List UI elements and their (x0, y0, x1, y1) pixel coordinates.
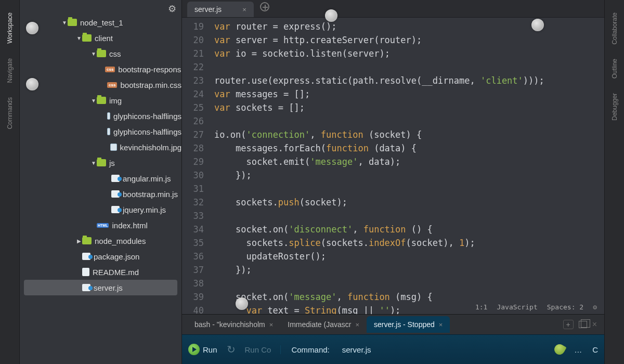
tree-file[interactable]: glyphicons-halflings (20, 124, 181, 139)
code-content[interactable]: var router = express();var server = http… (209, 18, 604, 314)
line-number: 26 (182, 114, 209, 128)
left-rail: Workspace Navigate Commands (0, 0, 20, 364)
code-line[interactable] (214, 182, 604, 196)
editor-tab[interactable]: server.js × (187, 2, 254, 17)
code-line[interactable]: var sockets = []; (214, 101, 604, 114)
tree-folder[interactable]: ▼client (20, 30, 181, 46)
cursor-position: 1:1 (475, 301, 487, 314)
bottom-tab[interactable]: Immediate (Javascr× (280, 316, 367, 333)
code-line[interactable]: sockets.splice(sockets.indexOf(socket), … (214, 236, 604, 250)
line-number: 32 (182, 196, 209, 209)
code-line[interactable]: sockets.push(socket); (214, 196, 604, 209)
tree-folder[interactable]: ▶node_modules (20, 233, 181, 249)
close-icon[interactable]: × (355, 321, 359, 329)
line-gutter: 1920212223242526272829303132333435363738… (182, 18, 209, 314)
code-line[interactable] (214, 60, 604, 74)
reload-icon[interactable]: ↻ (227, 343, 236, 356)
code-line[interactable]: router.use(express.static(path.resolve(_… (214, 74, 604, 87)
code-line[interactable] (214, 114, 604, 128)
tree-folder[interactable]: ▼img (20, 93, 181, 108)
code-line[interactable]: messages.forEach(function (data) { (214, 141, 604, 155)
close-icon[interactable]: × (242, 6, 246, 14)
bottom-tab-label: server.js - Stopped (374, 320, 435, 329)
language-mode[interactable]: JavaScript (497, 301, 537, 314)
js-icon (111, 190, 120, 198)
close-icon[interactable]: × (592, 320, 597, 329)
gear-icon[interactable]: ⚙ (593, 301, 597, 314)
indent-setting[interactable]: Spaces: 2 (547, 301, 583, 314)
tree-file[interactable]: package.json (20, 249, 181, 264)
bottom-tab[interactable]: server.js - Stopped× (367, 316, 450, 333)
code-line[interactable]: var io = socketio.listen(server); (214, 47, 604, 60)
code-line[interactable]: }); (214, 168, 604, 182)
tree-file[interactable]: glyphicons-halflings (20, 108, 181, 124)
tree-file[interactable]: kevinchisholm.jpg (20, 139, 181, 155)
code-line[interactable] (214, 209, 604, 223)
css-icon: css (105, 67, 115, 72)
folder-icon (97, 50, 106, 57)
line-number: 29 (182, 155, 209, 168)
code-line[interactable]: }); (214, 263, 604, 277)
editor-tab-title: server.js (194, 5, 222, 14)
bottom-tab[interactable]: bash - "kevinchisholm× (187, 316, 280, 333)
html-icon: HTML (97, 223, 109, 228)
close-icon[interactable]: × (439, 321, 443, 329)
bottom-tab-label: Immediate (Javascr (288, 320, 351, 329)
run-button[interactable]: Run (188, 344, 217, 355)
tree-file[interactable]: angular.min.js (20, 171, 181, 186)
code-line[interactable]: socket.on('disconnect', function () { (214, 223, 604, 236)
folder-icon (97, 97, 106, 104)
new-tab-button[interactable] (254, 0, 276, 17)
command-value[interactable]: server.js (342, 345, 371, 354)
line-number: 19 (182, 20, 209, 33)
stack-icon[interactable] (579, 321, 587, 328)
run-config-label[interactable]: Run Co (245, 345, 271, 354)
tree-file[interactable]: server.js (24, 280, 177, 295)
tree-file[interactable]: bootstrap.min.js (20, 186, 181, 202)
line-number: 31 (182, 182, 209, 196)
line-number: 40 (182, 304, 209, 314)
js-icon (111, 175, 120, 182)
line-number: 25 (182, 101, 209, 114)
rail-tab-outline[interactable]: Outline (611, 51, 618, 86)
tree-file[interactable]: cssbootstrap.min.css (20, 77, 181, 93)
code-editor[interactable]: 1920212223242526272829303132333435363738… (182, 18, 604, 314)
rail-tab-debugger[interactable]: Debugger (611, 86, 618, 128)
doc-icon (82, 268, 89, 276)
tree-file[interactable]: cssbootstrap-responsiv (20, 61, 181, 77)
code-line[interactable]: var messages = []; (214, 87, 604, 101)
tree-folder[interactable]: ▼node_test_1 (20, 15, 181, 30)
folder-icon (82, 34, 92, 42)
gear-icon[interactable]: ⚙ (168, 3, 176, 15)
right-char: C (592, 345, 598, 354)
tree-folder[interactable]: ▼css (20, 46, 181, 61)
tree-item-label: server.js (94, 283, 123, 292)
file-tree-sidebar: ⚙ ▼node_test_1▼client▼csscssbootstrap-re… (20, 0, 182, 364)
line-number: 30 (182, 168, 209, 182)
leaf-icon[interactable] (552, 342, 566, 356)
bottom-tab-controls: + × (563, 320, 604, 329)
code-line[interactable]: socket.emit('message', data); (214, 155, 604, 168)
code-line[interactable]: io.on('connection', function (socket) { (214, 128, 604, 141)
close-icon[interactable]: × (269, 321, 274, 329)
code-line[interactable]: updateRoster(); (214, 250, 604, 263)
tree-item-label: angular.min.js (123, 174, 171, 183)
line-number: 35 (182, 236, 209, 250)
tree-file[interactable]: README.md (20, 264, 181, 280)
tree-file[interactable]: jquery.min.js (20, 202, 181, 217)
code-line[interactable] (214, 277, 604, 290)
rail-tab-commands[interactable]: Commands (6, 90, 14, 136)
code-line[interactable]: var router = express(); (214, 20, 604, 33)
command-label: Command: (291, 345, 329, 354)
rail-tab-workspace[interactable]: Workspace (6, 5, 14, 51)
add-panel-button[interactable]: + (563, 320, 574, 329)
rail-tab-navigate[interactable]: Navigate (6, 51, 14, 90)
more-icon[interactable]: … (574, 345, 583, 354)
tree-folder[interactable]: ▼js (20, 155, 181, 171)
tree-file[interactable]: HTMLindex.html (20, 217, 181, 233)
rail-tab-collaborate[interactable]: Collaborate (611, 5, 618, 51)
tree-item-label: css (109, 49, 121, 58)
code-line[interactable]: var server = http.createServer(router); (214, 33, 604, 47)
tree-item-label: glyphicons-halflings (113, 127, 181, 136)
tree-item-label: jquery.min.js (123, 205, 166, 214)
